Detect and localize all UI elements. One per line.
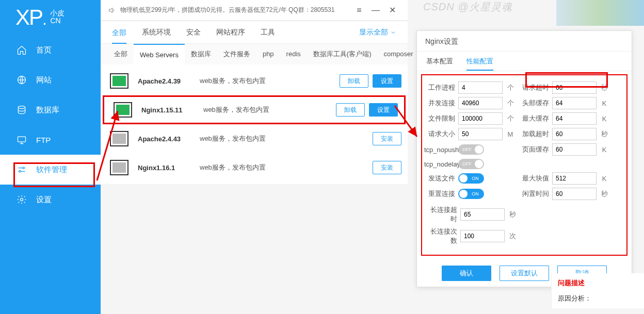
unit: 秒 (508, 210, 517, 219)
subtab-file[interactable]: 文件服务 (217, 44, 256, 64)
dialog-body: 工作进程 个 请求超时 秒 并发连接 个 头部缓存 K 文件限制 个 最大缓存 … (421, 74, 627, 256)
unit: K (600, 115, 609, 123)
install-button[interactable]: 安装 (373, 161, 401, 174)
nginx-settings-dialog: Nginx设置 基本配置 性能配置 工作进程 个 请求超时 秒 并发连接 个 头… (416, 30, 632, 287)
toggle-tcp-nopush[interactable]: OFF (458, 144, 484, 155)
subtab-composer[interactable]: composer (377, 44, 419, 64)
install-button[interactable]: 安装 (373, 132, 401, 145)
logo-cn: 小皮CN (50, 9, 65, 25)
tab-security[interactable]: 安全 (186, 28, 201, 37)
ok-button[interactable]: 确认 (442, 266, 491, 281)
gear-icon (17, 194, 27, 205)
package-desc: web服务，发布包内置 (200, 163, 373, 172)
unit: K (600, 175, 609, 183)
toggle-send-file[interactable]: ON (458, 173, 484, 184)
show-all-link[interactable]: 显示全部 (359, 28, 396, 37)
svg-rect-2 (18, 137, 26, 142)
tab-perf-config[interactable]: 性能配置 (466, 52, 493, 71)
notes-line: 原因分析： (558, 294, 638, 303)
nav-ftp[interactable]: FTP (0, 125, 101, 155)
package-icon (114, 102, 132, 118)
label-tcp-nodelay: tcp_nodelay (424, 160, 455, 168)
nav-website[interactable]: 网站 (0, 65, 101, 95)
input-keep-timeout[interactable] (460, 208, 505, 221)
label-send-file: 发送文件 (424, 174, 455, 183)
input-load-timeout[interactable] (552, 128, 597, 140)
svg-point-1 (18, 106, 25, 109)
label-max-block: 最大块值 (518, 174, 549, 183)
input-max-block[interactable] (552, 172, 597, 185)
set-default-button[interactable]: 设置默认 (500, 266, 549, 281)
unit: 秒 (600, 129, 609, 139)
tab-tools[interactable]: 工具 (261, 28, 275, 37)
unit: 秒 (600, 83, 609, 92)
unit: K (600, 146, 609, 154)
unit: M (506, 130, 515, 138)
input-concurrent[interactable] (458, 97, 503, 109)
input-file-limit[interactable] (458, 112, 503, 125)
notes-header: 问题描述 (558, 278, 638, 288)
background-decor (556, 0, 644, 26)
unit: 个 (506, 83, 515, 92)
subtab-redis[interactable]: redis (280, 44, 307, 64)
home-icon (17, 45, 27, 55)
input-header-cache[interactable] (552, 97, 597, 109)
tab-basic-config[interactable]: 基本配置 (426, 52, 453, 71)
subtab-webservers[interactable]: Web Servers (134, 44, 185, 64)
dialog-tabs: 基本配置 性能配置 (417, 52, 632, 71)
package-name: Apache2.4.43 (138, 135, 200, 143)
minimize-button[interactable]: — (367, 2, 384, 19)
menu-icon[interactable]: ≡ (351, 2, 367, 19)
tab-webapps[interactable]: 网站程序 (216, 28, 245, 37)
tab-sysenv[interactable]: 系统环境 (142, 28, 171, 37)
tab-all[interactable]: 全部 (112, 21, 126, 44)
package-icon (110, 73, 128, 89)
nav-label: 网站 (36, 75, 52, 85)
input-page-cache[interactable] (552, 143, 597, 156)
nav-label: 设置 (36, 195, 52, 205)
package-desc: web服务，发布包内置 (200, 134, 373, 143)
toggle-reset-conn[interactable]: ON (458, 189, 484, 199)
package-name: Apache2.4.39 (138, 77, 200, 85)
label-file-limit: 文件限制 (424, 114, 455, 123)
subtab-php[interactable]: php (256, 44, 280, 64)
input-max-cache[interactable] (552, 112, 597, 125)
input-keep-count[interactable] (460, 230, 505, 242)
monitor-icon (17, 135, 27, 145)
toggle-tcp-nodelay[interactable]: OFF (458, 159, 484, 169)
logo-text-xp: XP (15, 5, 42, 29)
package-name: Nginx1.15.11 (141, 106, 203, 114)
input-work-process[interactable] (458, 81, 503, 94)
input-req-size[interactable] (458, 128, 503, 140)
nav-label: FTP (36, 136, 51, 144)
subtab-all[interactable]: 全部 (108, 44, 134, 64)
nav-database[interactable]: 数据库 (0, 95, 101, 125)
nav-settings[interactable]: 设置 (0, 185, 101, 214)
announcement-text: 物理机低至299元/年，拼团成功0元得。云服务器低至72元/年 QQ群：2805… (120, 6, 351, 14)
unit: 个 (506, 98, 515, 108)
settings-button[interactable]: 设置 (369, 103, 398, 117)
nav-software[interactable]: 软件管理 (0, 155, 101, 185)
side-notes: 问题描述 原因分析： (551, 273, 644, 308)
label-reset-conn: 重置连接 (424, 189, 455, 199)
label-keep-timeout: 长连接超时 (424, 205, 457, 224)
database-icon (17, 105, 27, 115)
svg-point-5 (21, 199, 23, 201)
input-request-timeout[interactable] (552, 81, 597, 94)
logo-dot: . (42, 10, 47, 28)
label-idle-time: 闲置时间 (518, 189, 549, 199)
unit: 秒 (600, 189, 609, 199)
subtab-db[interactable]: 数据库 (185, 44, 217, 64)
close-button[interactable]: ✕ (384, 2, 400, 19)
uninstall-button[interactable]: 卸载 (336, 103, 365, 117)
input-idle-time[interactable] (552, 188, 597, 200)
label-header-cache: 头部缓存 (518, 98, 549, 108)
subtab-dbtool[interactable]: 数据库工具(客户端) (307, 44, 378, 64)
nav-home[interactable]: 首页 (0, 35, 101, 65)
uninstall-button[interactable]: 卸载 (340, 74, 368, 88)
package-icon (110, 131, 128, 146)
main-panel: 全部 系统环境 安全 网站程序 工具 显示全部 全部 Web Servers 数… (101, 21, 408, 184)
svg-point-4 (19, 171, 21, 172)
pkg-apache2443: Apache2.4.43 web服务，发布包内置 安装 (101, 124, 408, 153)
settings-button[interactable]: 设置 (373, 74, 401, 88)
